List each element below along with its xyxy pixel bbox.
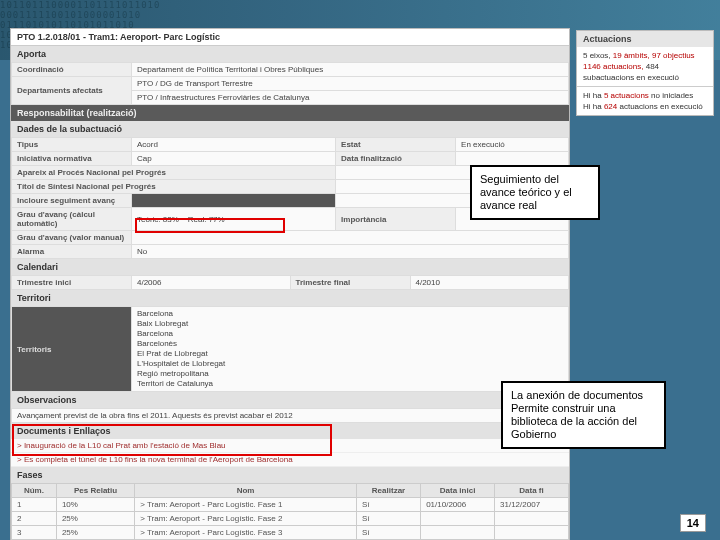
grauA-l: Grau d'avanç (càlcul automàtic) bbox=[12, 208, 132, 231]
import-l: Importància bbox=[336, 208, 456, 231]
tipus-v: Acord bbox=[132, 138, 336, 152]
tipus-l: Tipus bbox=[12, 138, 132, 152]
side-line1b: 19 àmbits, 97 objectius bbox=[613, 51, 695, 60]
terr-label: Territoris bbox=[12, 307, 132, 392]
tini-v: 4/2006 bbox=[132, 276, 291, 290]
coord-value: Departament de Política Territorial i Ob… bbox=[132, 63, 569, 77]
section-aporta: Aporta bbox=[11, 46, 569, 62]
observ-text: Avançament previst de la obra fins el 20… bbox=[12, 409, 569, 423]
terr-item: Baix Llobregat bbox=[137, 319, 563, 329]
side-line3b: 5 actuacions bbox=[604, 91, 649, 100]
dept-value1: PTO / DG de Transport Terrestre bbox=[132, 77, 569, 91]
titolPN-l: Títol de Síntesi Nacional pel Progrés bbox=[12, 180, 336, 194]
inic-v: Cap bbox=[132, 152, 336, 166]
grauM-l: Grau d'avanç (valor manual) bbox=[12, 231, 132, 245]
ph-dfi-h: Data fi bbox=[495, 484, 569, 498]
highlight-docs bbox=[12, 424, 332, 456]
callout-anexion: La anexión de documentos Permite constru… bbox=[501, 381, 666, 449]
dept-value2: PTO / Infraestructures Ferroviàries de C… bbox=[132, 91, 569, 105]
callout-seguimiento: Seguimiento del avance teórico y el avan… bbox=[470, 165, 600, 220]
page-number: 14 bbox=[680, 514, 706, 532]
side-line3c: no iniciades bbox=[649, 91, 693, 100]
estat-l: Estat bbox=[336, 138, 456, 152]
coord-label: Coordinació bbox=[12, 63, 132, 77]
terr-values: Barcelona Baix Llobregat Barcelona Barce… bbox=[132, 307, 569, 392]
terr-item: Barcelona bbox=[137, 309, 563, 319]
table-row[interactable]: 3 25% > Tram: Aeroport - Parc Logístic. … bbox=[12, 526, 569, 540]
side-title: Actuacions bbox=[577, 31, 713, 47]
side-line1a: 5 eixos, bbox=[583, 51, 613, 60]
side-line3a: Hi ha bbox=[583, 91, 604, 100]
aporta-table: Coordinació Departament de Política Terr… bbox=[11, 62, 569, 105]
incloure-l: Incloure seguiment avanç bbox=[12, 194, 132, 208]
table-row[interactable]: 1 10% > Tram: Aeroport - Parc Logístic. … bbox=[12, 498, 569, 512]
datafin-l: Data finalització bbox=[336, 152, 456, 166]
alarma-l: Alarma bbox=[12, 245, 132, 259]
page-title: PTO 1.2.018/01 - Tram1: Aeroport- Parc L… bbox=[11, 29, 569, 46]
inic-l: Iniciativa normativa bbox=[12, 152, 132, 166]
section-phases: Fases bbox=[11, 467, 569, 483]
side-line4c: actuacions en execució bbox=[617, 102, 702, 111]
side-line2a: 1146 actuacions, bbox=[583, 62, 646, 71]
main-panel: PTO 1.2.018/01 - Tram1: Aeroport- Parc L… bbox=[10, 28, 570, 540]
ph-pes-h: Pes Relatiu bbox=[56, 484, 134, 498]
terr-item: Regió metropolitana bbox=[137, 369, 563, 379]
side-line4a: Hi ha bbox=[583, 102, 604, 111]
tini-l: Trimestre inici bbox=[12, 276, 132, 290]
incloure-v[interactable] bbox=[132, 194, 336, 208]
side-panel: Actuacions 5 eixos, 19 àmbits, 97 object… bbox=[576, 30, 714, 116]
datafin-v bbox=[456, 152, 569, 166]
ph-dini-h: Data inici bbox=[421, 484, 495, 498]
ph-realit-h: Realitzar bbox=[356, 484, 420, 498]
section-territori: Territori bbox=[11, 290, 569, 306]
dept-label: Departaments afectats bbox=[12, 77, 132, 105]
side-line4b: 624 bbox=[604, 102, 617, 111]
terr-item: El Prat de Llobregat bbox=[137, 349, 563, 359]
phases-table: Núm. Pes Relatiu Nom Realitzar Data inic… bbox=[11, 483, 569, 540]
section-dades: Dades de la subactuació bbox=[11, 121, 569, 137]
ph-nom-h: Nom bbox=[135, 484, 357, 498]
terr-item: L'Hospitalet de Llobregat bbox=[137, 359, 563, 369]
highlight-grau bbox=[135, 218, 285, 233]
terr-item: Barcelonès bbox=[137, 339, 563, 349]
terr-item: Territori de Catalunya bbox=[137, 379, 563, 389]
tfin-v: 4/2010 bbox=[410, 276, 569, 290]
section-calendari: Calendari bbox=[11, 259, 569, 275]
terr-item: Barcelona bbox=[137, 329, 563, 339]
ph-num-h: Núm. bbox=[12, 484, 57, 498]
aparPN-l: Apareix al Procés Nacional pel Progrés bbox=[12, 166, 336, 180]
estat-v: En execució bbox=[456, 138, 569, 152]
tfin-l: Trimestre final bbox=[290, 276, 410, 290]
section-resp: Responsabilitat (realització) bbox=[11, 105, 569, 121]
table-row[interactable]: 2 25% > Tram: Aeroport - Parc Logístic. … bbox=[12, 512, 569, 526]
alarma-v: No bbox=[132, 245, 569, 259]
section-observ: Observacions bbox=[11, 392, 569, 408]
